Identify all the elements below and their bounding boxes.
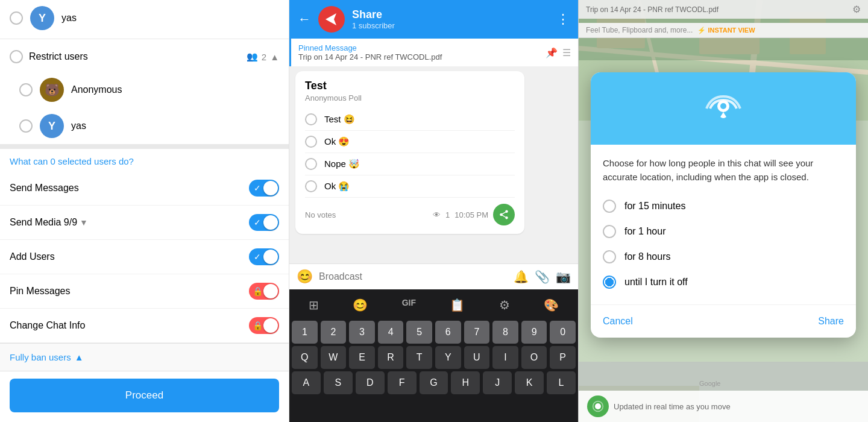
keyboard-tools-row: ⊞ 😊 GIF 📋 ⚙ 🎨 xyxy=(292,293,576,318)
loc-radio-15min[interactable] xyxy=(603,200,616,213)
key-u[interactable]: U xyxy=(464,346,490,369)
poll-time: 10:05 PM xyxy=(454,210,488,219)
location-dialog-header xyxy=(591,72,856,145)
add-users-toggle[interactable]: ✓ xyxy=(249,248,279,265)
poll-option-3[interactable]: Ok 😭 xyxy=(305,175,515,198)
key-g[interactable]: G xyxy=(420,371,448,394)
key-2[interactable]: 2 xyxy=(321,321,347,344)
cancel-button[interactable]: Cancel xyxy=(603,312,633,330)
restrict-label: Restrict users xyxy=(10,50,88,63)
broadcast-input[interactable] xyxy=(319,271,508,282)
share-round-button[interactable] xyxy=(493,204,515,225)
notification-icon[interactable]: 🔔 xyxy=(514,269,529,284)
location-option-15min[interactable]: for 15 minutes xyxy=(603,194,844,219)
key-s[interactable]: S xyxy=(324,371,353,394)
poll-option-text-2: Nope 🤯 xyxy=(324,159,360,169)
chevron-up-icon: ▲ xyxy=(270,52,279,62)
keyboard-settings-icon[interactable]: ⚙ xyxy=(494,295,515,315)
key-9[interactable]: 9 xyxy=(521,321,547,344)
pinned-message[interactable]: Pinned Message Trip on 14 Apr 24 - PNR r… xyxy=(289,39,578,66)
fully-ban-label: Fully ban users ▲ xyxy=(10,352,279,362)
emoji-button[interactable]: 😊 xyxy=(297,269,313,285)
avatar-yas-top: Y xyxy=(30,6,54,30)
restrict-radio[interactable] xyxy=(10,50,23,63)
key-h[interactable]: H xyxy=(451,371,480,394)
keyboard-row-asdf: A S D F G H J K L xyxy=(292,371,576,394)
key-e[interactable]: E xyxy=(349,346,375,369)
key-r[interactable]: R xyxy=(378,346,404,369)
location-option-8hours[interactable]: for 8 hours xyxy=(603,244,844,269)
fully-ban-text: Fully ban users xyxy=(10,352,71,362)
chat-panel: ← Share 1 subscriber ⋮ Pinned Message Tr… xyxy=(289,0,579,422)
yas-radio[interactable] xyxy=(19,119,33,133)
instant-view-bar[interactable]: Feel Tube, Flipboard and, more... ⚡ INST… xyxy=(579,23,868,38)
keyboard-clipboard-icon[interactable]: 📋 xyxy=(445,295,470,315)
fully-ban-row[interactable]: Fully ban users ▲ xyxy=(0,343,289,371)
loc-radio-1hour[interactable] xyxy=(603,225,616,238)
add-users-row: Add Users ✓ xyxy=(0,240,289,274)
chat-title: Share xyxy=(352,8,549,21)
anonymous-radio[interactable] xyxy=(19,83,33,96)
keyboard-gif-label[interactable]: GIF xyxy=(397,295,421,315)
loc-radio-8hours[interactable] xyxy=(603,250,616,263)
keyboard-palette-icon[interactable]: 🎨 xyxy=(539,295,564,315)
key-5[interactable]: 5 xyxy=(406,321,432,344)
pin-messages-toggle[interactable]: 🔒 xyxy=(249,283,279,300)
location-panel: Google Trip on 14 Apr 24 - PNR ref TWCOD… xyxy=(579,0,868,422)
poll-votes: No votes xyxy=(305,210,336,219)
key-4[interactable]: 4 xyxy=(378,321,404,344)
camera-icon[interactable]: 📷 xyxy=(556,269,571,284)
key-p[interactable]: P xyxy=(550,346,576,369)
key-j[interactable]: J xyxy=(483,371,512,394)
anonymous-avatar: 🐻 xyxy=(40,78,64,102)
back-button[interactable]: ← xyxy=(298,11,311,27)
eye-icon: 👁 xyxy=(433,210,441,219)
poll-option-2[interactable]: Nope 🤯 xyxy=(305,153,515,175)
share-button[interactable]: Share xyxy=(818,312,844,330)
key-1[interactable]: 1 xyxy=(292,321,318,344)
keyboard-grid-icon[interactable]: ⊞ xyxy=(304,295,324,315)
poll-option-0[interactable]: Test 😆 xyxy=(305,109,515,131)
key-w[interactable]: W xyxy=(321,346,347,369)
loc-radio-forever[interactable] xyxy=(603,276,616,289)
key-d[interactable]: D xyxy=(356,371,385,394)
key-3[interactable]: 3 xyxy=(349,321,375,344)
proceed-button[interactable]: Proceed xyxy=(10,379,279,412)
keyboard-sticker-icon[interactable]: 😊 xyxy=(348,295,373,315)
permissions-panel: Y yas Restrict users 👥 2 ▲ 🐻 Anonymous Y… xyxy=(0,0,289,422)
key-t[interactable]: T xyxy=(406,346,432,369)
key-f[interactable]: F xyxy=(388,371,417,394)
add-users-label: Add Users xyxy=(10,251,55,262)
key-7[interactable]: 7 xyxy=(464,321,490,344)
keyboard-area: ⊞ 😊 GIF 📋 ⚙ 🎨 1 2 3 4 5 6 7 8 9 0 Q W E … xyxy=(289,289,578,422)
send-media-toggle[interactable]: ✓ xyxy=(249,214,279,231)
key-0[interactable]: 0 xyxy=(550,321,576,344)
change-chat-info-toggle[interactable]: 🔒 xyxy=(249,317,279,334)
key-y[interactable]: Y xyxy=(435,346,461,369)
attachment-icon[interactable]: 📎 xyxy=(535,269,550,284)
poll-option-1[interactable]: Ok 😍 xyxy=(305,131,515,153)
send-messages-toggle[interactable]: ✓ xyxy=(249,180,279,197)
key-k[interactable]: K xyxy=(515,371,544,394)
send-messages-row: Send Messages ✓ xyxy=(0,171,289,206)
key-8[interactable]: 8 xyxy=(492,321,518,344)
live-location-dot xyxy=(587,395,609,417)
poll-radio-3 xyxy=(305,180,317,192)
key-q[interactable]: Q xyxy=(292,346,318,369)
key-i[interactable]: I xyxy=(492,346,518,369)
key-a[interactable]: A xyxy=(292,371,321,394)
anonymous-user-item: 🐻 Anonymous xyxy=(10,72,289,108)
location-option-1hour[interactable]: for 1 hour xyxy=(603,219,844,244)
key-6[interactable]: 6 xyxy=(435,321,461,344)
live-location-text: Updated in real time as you move xyxy=(614,402,731,411)
location-option-forever[interactable]: until I turn it off xyxy=(603,269,844,295)
key-l[interactable]: L xyxy=(547,371,576,394)
user-radio-top[interactable] xyxy=(10,11,23,25)
restrict-count: 👥 2 ▲ xyxy=(247,51,279,62)
key-o[interactable]: O xyxy=(521,346,547,369)
checkmark-icon-addusers: ✓ xyxy=(254,252,261,262)
poll-title: Test xyxy=(305,80,515,92)
more-button[interactable]: ⋮ xyxy=(556,11,570,27)
poll-meta: 👁 1 10:05 PM xyxy=(433,204,515,225)
restrict-row[interactable]: Restrict users 👥 2 ▲ xyxy=(0,42,289,72)
